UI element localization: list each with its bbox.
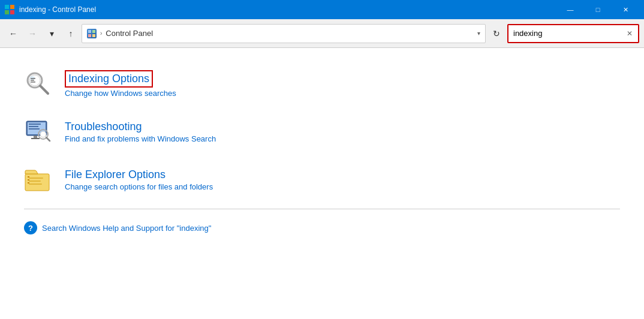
navigation-bar: ← → ▾ ↑ › Control Panel ▾ ↻ ✕ [0, 19, 644, 48]
svg-rect-21 [31, 138, 40, 139]
divider [24, 209, 620, 209]
svg-line-11 [40, 86, 48, 94]
address-dropdown-icon: ▾ [477, 30, 480, 37]
svg-rect-12 [31, 78, 35, 79]
list-item[interactable]: Indexing Options Change how Windows sear… [24, 60, 620, 108]
address-separator: › [100, 30, 102, 37]
back-button[interactable]: ← [5, 25, 22, 42]
svg-rect-29 [28, 176, 29, 177]
indexing-options-title[interactable]: Indexing Options [65, 70, 153, 88]
file-explorer-options-text: File Explorer Options Change search opti… [65, 168, 213, 191]
address-bar[interactable]: › Control Panel ▾ [82, 24, 486, 43]
content-area: Indexing Options Change how Windows sear… [0, 48, 644, 254]
maximize-button[interactable]: □ [584, 0, 612, 19]
window-controls: — □ ✕ [556, 0, 639, 19]
svg-rect-6 [88, 34, 91, 37]
up-button[interactable]: ↑ [62, 25, 79, 42]
svg-rect-19 [29, 128, 40, 130]
svg-rect-17 [29, 124, 41, 125]
window-title: indexing - Control Panel [19, 5, 96, 14]
svg-rect-31 [28, 182, 29, 183]
search-box[interactable]: ✕ [507, 24, 639, 43]
svg-rect-1 [10, 5, 14, 9]
file-explorer-options-subtitle: Change search options for files and fold… [65, 182, 213, 191]
close-button[interactable]: ✕ [612, 0, 639, 19]
control-panel-icon [5, 5, 14, 14]
svg-line-24 [46, 137, 50, 141]
indexing-options-text: Indexing Options Change how Windows sear… [65, 70, 176, 98]
address-text: Control Panel [106, 29, 474, 38]
svg-rect-26 [29, 177, 43, 179]
search-clear-button[interactable]: ✕ [622, 26, 637, 41]
results-list: Indexing Options Change how Windows sear… [24, 60, 620, 204]
file-explorer-options-icon [24, 165, 53, 194]
troubleshooting-subtitle: Find and fix problems with Windows Searc… [65, 134, 216, 143]
svg-rect-28 [29, 183, 42, 185]
svg-rect-3 [10, 10, 14, 14]
svg-rect-30 [28, 179, 29, 180]
title-bar: indexing - Control Panel — □ ✕ [0, 0, 644, 19]
list-item[interactable]: File Explorer Options Change search opti… [24, 156, 620, 204]
svg-rect-20 [34, 136, 37, 138]
svg-rect-4 [88, 30, 91, 33]
refresh-button[interactable]: ↻ [488, 25, 505, 42]
svg-rect-18 [29, 126, 38, 127]
svg-point-23 [40, 131, 46, 137]
svg-rect-27 [29, 180, 41, 182]
dropdown-button[interactable]: ▾ [43, 25, 60, 42]
help-icon: ? [24, 221, 37, 234]
svg-rect-5 [92, 30, 95, 33]
address-icon [87, 29, 97, 38]
search-input[interactable] [508, 25, 622, 42]
forward-button[interactable]: → [24, 25, 41, 42]
list-item[interactable]: Troubleshooting Find and fix problems wi… [24, 108, 620, 156]
indexing-options-icon [24, 70, 53, 98]
file-explorer-options-title[interactable]: File Explorer Options [65, 168, 213, 181]
svg-rect-13 [31, 80, 34, 81]
svg-rect-14 [31, 82, 35, 83]
help-link[interactable]: Search Windows Help and Support for "ind… [42, 224, 211, 233]
title-bar-left: indexing - Control Panel [5, 5, 96, 14]
svg-rect-2 [5, 10, 9, 14]
svg-rect-7 [92, 34, 95, 37]
troubleshooting-icon [24, 118, 53, 146]
troubleshooting-text: Troubleshooting Find and fix problems wi… [65, 121, 216, 143]
footer: ? Search Windows Help and Support for "i… [24, 214, 620, 242]
svg-rect-0 [5, 5, 9, 9]
minimize-button[interactable]: — [556, 0, 584, 19]
troubleshooting-title[interactable]: Troubleshooting [65, 121, 216, 133]
indexing-options-subtitle: Change how Windows searches [65, 89, 176, 98]
